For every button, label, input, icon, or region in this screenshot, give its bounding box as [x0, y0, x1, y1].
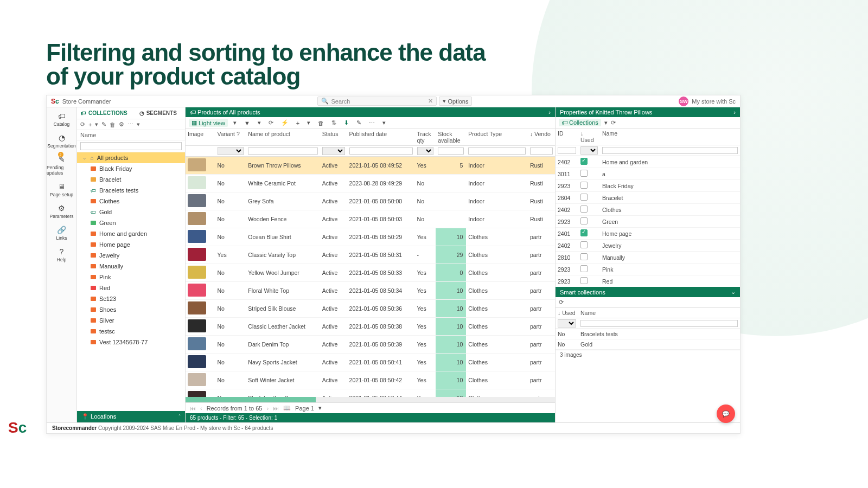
table-row[interactable]: 2923 Green	[556, 216, 740, 228]
chat-button[interactable]: 💬	[717, 404, 735, 423]
table-row[interactable]: No Brown Throw Pillows Active 2021-01-05…	[186, 157, 555, 175]
filter-vendor[interactable]	[530, 147, 553, 155]
chevron-right-icon[interactable]: ›	[548, 109, 551, 115]
table-row[interactable]: No Ocean Blue Shirt Active 2021-01-05 08…	[186, 228, 555, 246]
refresh-button[interactable]: ⟳	[266, 119, 276, 127]
sidebar-item[interactable]: Home and garden	[77, 228, 185, 239]
more-icon[interactable]: ⋯	[127, 121, 133, 128]
filter-collname[interactable]	[602, 147, 738, 154]
export-button[interactable]: ⬇	[342, 119, 351, 127]
flash-button[interactable]: ⚡	[279, 119, 291, 127]
used-checkbox[interactable]	[580, 194, 588, 201]
used-checkbox[interactable]	[580, 253, 588, 260]
add-icon[interactable]: +	[88, 121, 92, 128]
sidebar-item[interactable]: 🏷Bracelets tests	[77, 185, 185, 196]
options-button[interactable]: ▾ Options	[439, 97, 472, 106]
sidebar-item[interactable]: Bracelet	[77, 174, 185, 185]
used-checkbox[interactable]	[580, 277, 588, 284]
table-row[interactable]: No Navy Sports Jacket Active 2021-01-05 …	[186, 354, 555, 371]
page-first[interactable]: ⏮	[190, 405, 196, 412]
gear-icon[interactable]: ⚙	[119, 121, 124, 128]
table-row[interactable]: No Dark Denim Top Active 2021-01-05 08:5…	[186, 336, 555, 354]
dropdown-icon[interactable]: ▾	[95, 121, 98, 128]
leftbar-item-page-setup[interactable]: 🖥Page setup	[47, 181, 76, 198]
leftbar-item-parameters[interactable]: ⚙Parameters	[47, 203, 76, 220]
sidebar-item[interactable]: Vest 12345678-77	[77, 337, 185, 348]
collapse-icon[interactable]: ˆ	[178, 414, 181, 420]
table-row[interactable]: 2923 Red	[556, 275, 740, 286]
table-row[interactable]: 2401 Home page	[556, 228, 740, 240]
trash-icon[interactable]: 🗑	[110, 121, 116, 128]
used-checkbox[interactable]	[580, 229, 588, 236]
table-row[interactable]: No White Ceramic Pot Active 2023-08-28 0…	[186, 175, 555, 192]
lightview-caret[interactable]: ▾	[231, 119, 239, 127]
table-row[interactable]: No Floral White Top Active 2021-01-05 08…	[186, 282, 555, 300]
table-row[interactable]: No Grey Sofa Active 2021-01-05 08:50:00 …	[186, 192, 555, 210]
table-row[interactable]: 2402 Clothes	[556, 204, 740, 216]
refresh-icon[interactable]: ⟳	[80, 121, 85, 128]
trash-button[interactable]: 🗑	[316, 119, 326, 127]
leftbar-item-help[interactable]: ?Help	[47, 246, 76, 264]
used-checkbox[interactable]	[580, 182, 588, 189]
table-row[interactable]: No Yellow Wool Jumper Active 2021-01-05 …	[186, 264, 555, 282]
table-row[interactable]: 2923 Black Friday	[556, 180, 740, 192]
filter-date[interactable]	[349, 147, 413, 155]
filter-button[interactable]: ▼	[242, 119, 252, 127]
table-row[interactable]: No Wooden Fence Active 2021-01-05 08:50:…	[186, 210, 555, 228]
sidebar-item[interactable]: Home page	[77, 239, 185, 250]
sidebar-item[interactable]: Pink	[77, 272, 185, 282]
page-next[interactable]: ›	[266, 405, 269, 412]
avatar[interactable]: SW	[679, 97, 688, 106]
sidebar-filter-input[interactable]	[80, 142, 182, 150]
refresh-button[interactable]: ⟳	[559, 299, 564, 306]
filter-smart-used[interactable]	[558, 319, 576, 328]
sort-button[interactable]: ⇅	[329, 119, 339, 127]
sidebar-item[interactable]: testsc	[77, 326, 185, 337]
leftbar-item-segmentation[interactable]: ◔Segmentation	[47, 132, 76, 150]
filter-variant[interactable]	[218, 147, 244, 155]
horizontal-scrollbar[interactable]	[186, 397, 555, 402]
sidebar-item[interactable]: Shoes	[77, 304, 185, 315]
table-row[interactable]: 3011 a	[556, 168, 740, 180]
table-row[interactable]: No Soft Winter Jacket Active 2021-01-05 …	[186, 371, 555, 389]
leftbar-item-catalog[interactable]: 🏷Catalog	[47, 111, 76, 128]
tab-collections[interactable]: 🏷COLLECTIONS	[77, 107, 131, 119]
used-checkbox[interactable]	[580, 265, 588, 272]
sidebar-item[interactable]: Sc123	[77, 293, 185, 304]
chevron-down-icon[interactable]: ⌄	[731, 288, 736, 296]
table-row[interactable]: 2604 Bracelet	[556, 192, 740, 204]
table-row[interactable]: No Classic Leather Jacket Active 2021-01…	[186, 318, 555, 336]
filter-stock[interactable]	[438, 147, 464, 155]
table-row[interactable]: No Striped Silk Blouse Active 2021-01-05…	[186, 300, 555, 318]
leftbar-item-links[interactable]: 🔗Links	[47, 224, 76, 242]
page-prev[interactable]: ‹	[200, 405, 202, 412]
table-row[interactable]: No Black Leather Bag Active 2021-01-05 0…	[186, 389, 555, 397]
clear-icon[interactable]: ✕	[428, 98, 433, 105]
filter-id[interactable]	[558, 147, 576, 154]
filter-track[interactable]	[417, 147, 434, 155]
page-last[interactable]: ⏭	[273, 405, 279, 412]
sidebar-item[interactable]: Jewelry	[77, 250, 185, 261]
leftbar-item-pending-updates[interactable]: ✎2Pending updates	[47, 154, 76, 177]
more-button[interactable]: ⋯	[367, 119, 377, 127]
filter-ptype[interactable]	[468, 147, 526, 155]
edit-button[interactable]: ✎	[354, 119, 363, 127]
sidebar-item[interactable]: 🏷Gold	[77, 207, 185, 217]
add-button[interactable]: +	[294, 119, 302, 127]
tab-segments[interactable]: ◔SEGMENTS	[131, 107, 186, 119]
table-row[interactable]: 2402 Home and garden	[556, 156, 740, 168]
caret-icon[interactable]: ▾	[137, 121, 140, 128]
filter-name[interactable]	[248, 147, 317, 155]
collections-dropdown[interactable]: 🏷Collections	[559, 119, 601, 126]
used-checkbox[interactable]	[580, 170, 588, 177]
sidebar-item[interactable]: ⌄⌂All products	[77, 152, 185, 163]
sidebar-item[interactable]: Black Friday	[77, 163, 185, 174]
filter-used[interactable]	[580, 146, 598, 155]
refresh-button[interactable]: ⟳	[611, 119, 616, 126]
filter-smart-name[interactable]	[580, 320, 738, 327]
table-row[interactable]: NoBracelets tests	[556, 329, 740, 339]
locations-panel[interactable]: 📍 Locations ˆ	[77, 411, 185, 422]
table-row[interactable]: 2402 Jewelry	[556, 240, 740, 252]
used-checkbox[interactable]	[580, 241, 588, 248]
chevron-right-icon[interactable]: ›	[733, 109, 736, 115]
